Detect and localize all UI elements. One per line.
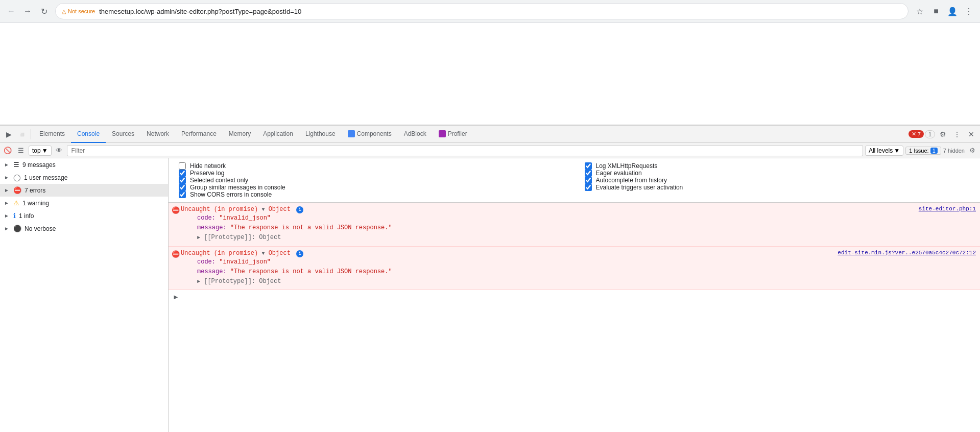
preserve-log-label: Preserve log	[190, 170, 224, 177]
code-key-2: code:	[197, 258, 216, 266]
filter-input[interactable]	[67, 145, 863, 156]
sidebar-item-errors[interactable]: ► ⛔ 7 errors	[0, 184, 168, 197]
object-label-2: Object	[269, 250, 291, 257]
main-area: ▶ ◽ Elements Console Sources Network Per…	[0, 23, 980, 432]
bookmark-button[interactable]: ☆	[913, 4, 927, 18]
group-similar-label: Group similar messages in console	[190, 184, 285, 191]
tab-memory[interactable]: Memory	[223, 126, 257, 143]
tab-adblock[interactable]: AdBlock	[398, 126, 433, 143]
address-bar[interactable]: △ Not secure themesetup.loc/wp-admin/sit…	[55, 3, 909, 19]
hide-network-checkbox[interactable]	[179, 162, 186, 170]
console-sidebar: ► ☰ 9 messages ► ◯ 1 user message ► ⛔ 7 …	[0, 158, 169, 432]
warning-triangle-icon: △	[62, 8, 66, 15]
console-body: ► ☰ 9 messages ► ◯ 1 user message ► ⛔ 7 …	[0, 158, 980, 432]
tab-network[interactable]: Network	[140, 126, 175, 143]
profile-button[interactable]: 👤	[945, 4, 960, 18]
tabs-separator	[31, 129, 31, 139]
sidebar-item-all-messages[interactable]: ► ☰ 9 messages	[0, 158, 168, 171]
url-display: themesetup.loc/wp-admin/site-editor.php?…	[99, 8, 902, 15]
eye-button[interactable]: 👁	[54, 145, 65, 156]
error-row-1: ⛔ Uncaught (in promise) ▼ Object i sit	[169, 203, 980, 247]
issues-badge[interactable]: 1 Issue: 1	[905, 147, 941, 155]
not-secure-label: Not secure	[68, 8, 95, 14]
cors-errors-label: Show CORS errors in console	[190, 191, 272, 198]
message-key-1: message:	[197, 224, 227, 231]
nav-buttons: ← → ↻	[4, 4, 51, 18]
tab-components[interactable]: Components	[342, 126, 398, 143]
tab-application[interactable]: Application	[257, 126, 299, 143]
devtools-close-button[interactable]: ✕	[965, 128, 978, 141]
info-circle-icon-2[interactable]: i	[296, 250, 303, 257]
expand-icon: ►	[4, 162, 10, 167]
errors-label: 7 errors	[25, 187, 45, 194]
error-circle-icon-2: ⛔	[172, 250, 180, 258]
menu-button[interactable]: ⋮	[962, 4, 976, 18]
tab-sources[interactable]: Sources	[106, 126, 140, 143]
clear-console-button[interactable]: 🚫	[2, 145, 13, 156]
evaluate-triggers-checkbox[interactable]	[585, 184, 592, 191]
hidden-count: 7 hidden	[943, 148, 965, 154]
tab-performance[interactable]: Performance	[175, 126, 223, 143]
levels-selector[interactable]: All levels ▼	[865, 146, 903, 156]
tab-elements[interactable]: Elements	[33, 126, 71, 143]
info-icon: ℹ	[13, 212, 16, 220]
sidebar-item-info[interactable]: ► ℹ 1 info	[0, 209, 168, 222]
message-key-2: message:	[197, 268, 227, 275]
devtools-settings-button[interactable]: ⚙	[936, 128, 949, 141]
error-circle-icon-1: ⛔	[172, 206, 180, 214]
warning-icon: ⚠	[13, 199, 19, 207]
user-messages-label: 1 user message	[24, 174, 67, 181]
error-count-badge[interactable]: ✕ 7	[909, 130, 924, 138]
tab-console[interactable]: Console	[71, 126, 106, 143]
extensions-button[interactable]: ■	[929, 4, 943, 18]
error-message-row-1: message: "The response is not a valid JS…	[197, 223, 976, 233]
proto-expand-1[interactable]: ►	[197, 235, 200, 241]
sidebar-item-warnings[interactable]: ► ⚠ 1 warning	[0, 197, 168, 209]
error-code-2: code: "invalid_json"	[197, 257, 976, 267]
tab-lighthouse[interactable]: Lighthouse	[299, 126, 342, 143]
expand-arrow-1[interactable]: ▼	[261, 207, 265, 212]
sidebar-item-user-messages[interactable]: ► ◯ 1 user message	[0, 171, 168, 184]
error-code-1: code: "invalid_json"	[197, 213, 976, 223]
setting-eager-eval: Eager evaluation	[585, 170, 970, 177]
expand-arrow-2[interactable]: ▼	[261, 251, 265, 256]
inspect-element-button[interactable]: ▶	[2, 128, 15, 141]
issues-count: 1	[930, 148, 938, 154]
forward-button[interactable]: →	[20, 4, 35, 18]
hide-network-label: Hide network	[190, 162, 226, 170]
console-prompt-row[interactable]: ►	[169, 290, 980, 304]
error-detail-1: code: "invalid_json" message: "The respo…	[181, 213, 976, 243]
log-xhr-checkbox[interactable]	[585, 162, 592, 170]
context-selector[interactable]: top ▼	[29, 146, 52, 156]
info-circle-icon-1[interactable]: i	[296, 206, 303, 213]
prompt-chevron-icon: ►	[173, 293, 179, 301]
reload-button[interactable]: ↻	[37, 4, 51, 18]
preserve-log-checkbox[interactable]	[179, 170, 186, 177]
cors-errors-checkbox[interactable]	[179, 191, 186, 198]
proto-expand-2[interactable]: ►	[197, 279, 200, 284]
toggle-sidebar-button[interactable]: ☰	[15, 145, 27, 156]
error-count: 7	[918, 131, 921, 137]
eager-eval-checkbox[interactable]	[585, 170, 592, 177]
group-similar-checkbox[interactable]	[179, 184, 186, 191]
error-proto-2: ► [[Prototype]]: Object	[197, 277, 976, 286]
tab-profiler[interactable]: Profiler	[433, 126, 473, 143]
back-button[interactable]: ←	[4, 4, 18, 18]
levels-dropdown-icon: ▼	[894, 147, 900, 154]
proto-text-1: [[Prototype]]: Object	[204, 234, 281, 241]
devtools-tabs-right: ✕ 7 1 ⚙ ⋮ ✕	[909, 128, 978, 141]
error-x-icon: ✕	[912, 131, 916, 137]
not-secure-indicator: △ Not secure	[62, 8, 95, 15]
warning-count-badge[interactable]: 1	[925, 130, 935, 138]
error-location-1[interactable]: site-editor.php:1	[919, 206, 976, 212]
devtools-more-button[interactable]: ⋮	[950, 128, 964, 141]
selected-context-checkbox[interactable]	[179, 177, 186, 184]
autocomplete-history-checkbox[interactable]	[585, 177, 592, 184]
log-xhr-label: Log XMLHttpRequests	[596, 162, 658, 170]
error-location-2[interactable]: edit-site.min.js?ver..e2570a5c4c270c72:1…	[838, 250, 976, 256]
error-icon: ⛔	[13, 186, 21, 194]
error-proto-1: ► [[Prototype]]: Object	[197, 233, 976, 243]
console-settings-button[interactable]: ⚙	[967, 145, 978, 156]
sidebar-item-verbose[interactable]: ► ⚫ No verbose	[0, 222, 168, 235]
device-toolbar-button[interactable]: ◽	[15, 128, 29, 141]
